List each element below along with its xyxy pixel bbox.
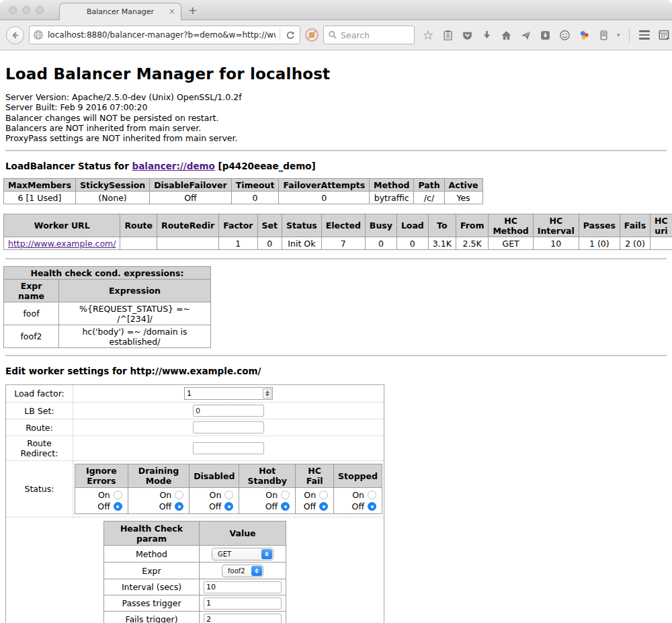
table-cell: 1 bbox=[219, 237, 257, 250]
edit-worker-heading: Edit worker settings for http://www.exam… bbox=[5, 366, 667, 376]
on-label: On bbox=[304, 490, 316, 500]
radio-off-selected[interactable] bbox=[319, 502, 328, 511]
passes-input[interactable] bbox=[204, 597, 282, 610]
column-header: Factor bbox=[219, 214, 257, 237]
window-minimize-button[interactable] bbox=[22, 6, 30, 14]
column-header: Expr name bbox=[4, 280, 59, 302]
radio-off-selected[interactable] bbox=[281, 502, 290, 511]
window-zoom-button[interactable] bbox=[36, 6, 44, 14]
balancers-notice-line: Balancers are NOT inherited from main se… bbox=[5, 123, 667, 133]
status-radio-row: On Off On Off On Off bbox=[75, 488, 382, 514]
column-header: HC Method bbox=[489, 214, 533, 237]
table-cell bbox=[157, 237, 219, 250]
column-header: Active bbox=[444, 179, 482, 192]
extension-download-button[interactable] bbox=[539, 29, 551, 41]
tab-close-icon[interactable]: × bbox=[169, 7, 175, 16]
url-input[interactable]: localhost:8880/balancer-manager?b=demo&w… bbox=[29, 26, 300, 44]
pocket-button[interactable] bbox=[461, 29, 473, 41]
paper-plane-icon bbox=[520, 30, 532, 41]
status-cell-draining-mode: On Off bbox=[128, 488, 189, 514]
table-cell: 1 (0) bbox=[579, 237, 620, 250]
send-tab-button[interactable] bbox=[519, 29, 532, 41]
load-factor-field-cell bbox=[73, 385, 384, 403]
loadbalancer-status-heading: LoadBalancer Status for balancer://demo … bbox=[5, 161, 667, 171]
column-header: Fails bbox=[620, 214, 650, 237]
table-row: 6 [1 Used] (None) Off 0 0 bytraffic /c/ … bbox=[4, 192, 483, 204]
table-cell: 7 bbox=[321, 237, 365, 250]
table-header-row: Worker URL Route RouteRedir Factor Set S… bbox=[4, 214, 672, 237]
table-title: Health check cond. expressions: bbox=[4, 267, 211, 280]
tab-balancer-manager[interactable]: Balancer Manager × bbox=[59, 3, 181, 20]
interval-value-cell bbox=[200, 579, 286, 595]
method-select[interactable]: GET bbox=[212, 548, 274, 560]
apps-grid-button[interactable] bbox=[658, 29, 670, 41]
table-cell: 0 bbox=[365, 237, 396, 250]
lb-set-input[interactable] bbox=[193, 405, 264, 417]
column-header: Passes bbox=[579, 214, 620, 237]
table-cell: 0 bbox=[231, 192, 279, 204]
column-header: Stopped bbox=[334, 464, 382, 488]
table-cell: bytraffic bbox=[370, 192, 414, 204]
column-header: Method bbox=[370, 179, 414, 192]
balancer-demo-link[interactable]: balancer://demo bbox=[132, 161, 215, 171]
navigation-toolbar: localhost:8880/balancer-manager?b=demo&w… bbox=[0, 20, 672, 50]
expr-label: Expr bbox=[104, 563, 200, 579]
smiley-icon bbox=[559, 30, 571, 41]
off-label: Off bbox=[352, 501, 364, 511]
back-button[interactable] bbox=[6, 26, 24, 44]
column-header: Hot Standby bbox=[239, 464, 296, 488]
column-header: To bbox=[428, 214, 456, 237]
expr-select[interactable]: foof2 bbox=[222, 565, 263, 577]
fails-input[interactable] bbox=[204, 614, 282, 623]
new-tab-button[interactable]: + bbox=[188, 4, 197, 17]
hc-row-fails: Fails trigger) bbox=[104, 612, 286, 623]
search-input[interactable]: Search bbox=[323, 26, 415, 44]
column-header: Draining Mode bbox=[128, 464, 189, 488]
health-check-expressions-table: Health check cond. expressions: Expr nam… bbox=[3, 266, 211, 348]
radio-on[interactable] bbox=[224, 491, 233, 499]
radio-on[interactable] bbox=[175, 491, 183, 499]
expr-name-cell: foof bbox=[4, 302, 59, 325]
menu-button[interactable] bbox=[638, 29, 650, 41]
container-button[interactable] bbox=[597, 29, 610, 41]
number-stepper-icon[interactable] bbox=[263, 388, 271, 399]
colors-extension-button[interactable] bbox=[578, 29, 590, 41]
load-factor-input[interactable] bbox=[185, 388, 262, 399]
reading-list-button[interactable] bbox=[442, 29, 454, 41]
radio-off-selected[interactable] bbox=[114, 502, 122, 511]
form-row-status: Status: Ignore Errors Draining Mode Disa… bbox=[6, 461, 384, 517]
radio-off-selected[interactable] bbox=[224, 502, 233, 511]
radio-on[interactable] bbox=[368, 491, 376, 499]
route-input[interactable] bbox=[193, 421, 264, 433]
radio-on[interactable] bbox=[114, 491, 122, 499]
search-icon bbox=[328, 30, 337, 40]
hc-row-expr: Expr foof2 bbox=[104, 563, 286, 579]
method-selected-value: GET bbox=[214, 550, 235, 558]
on-label: On bbox=[210, 490, 222, 500]
star-icon: ☆ bbox=[422, 29, 433, 41]
bookmark-star-button[interactable]: ☆ bbox=[422, 29, 434, 41]
downloads-button[interactable] bbox=[480, 29, 493, 41]
worker-table: Worker URL Route RouteRedir Factor Set S… bbox=[3, 214, 672, 250]
column-header: StickySession bbox=[75, 179, 149, 192]
reload-button[interactable] bbox=[284, 29, 296, 41]
column-header: RouteRedir bbox=[157, 214, 219, 237]
interval-input[interactable] bbox=[204, 581, 282, 593]
column-header: HC Interval bbox=[533, 214, 579, 237]
chevron-down-icon[interactable]: ▾ bbox=[617, 32, 620, 38]
table-cell: (None) bbox=[75, 192, 149, 204]
radio-off-selected[interactable] bbox=[175, 502, 183, 511]
off-label: Off bbox=[159, 501, 171, 511]
radio-on[interactable] bbox=[281, 491, 290, 499]
toolbar-icons: ☆ bbox=[422, 28, 670, 42]
pocket-icon bbox=[462, 30, 473, 41]
home-button[interactable] bbox=[500, 29, 512, 41]
table-row: foof %{REQUEST_STATUS} =~ /^[234]/ bbox=[4, 302, 211, 325]
window-close-button[interactable] bbox=[9, 6, 17, 14]
radio-off-selected[interactable] bbox=[368, 502, 376, 511]
content-blocker-icon[interactable] bbox=[305, 28, 319, 42]
worker-url-link[interactable]: http://www.example.com/ bbox=[8, 239, 116, 249]
feedback-button[interactable] bbox=[558, 29, 571, 41]
radio-on[interactable] bbox=[319, 491, 328, 499]
route-redirect-input[interactable] bbox=[193, 442, 264, 454]
